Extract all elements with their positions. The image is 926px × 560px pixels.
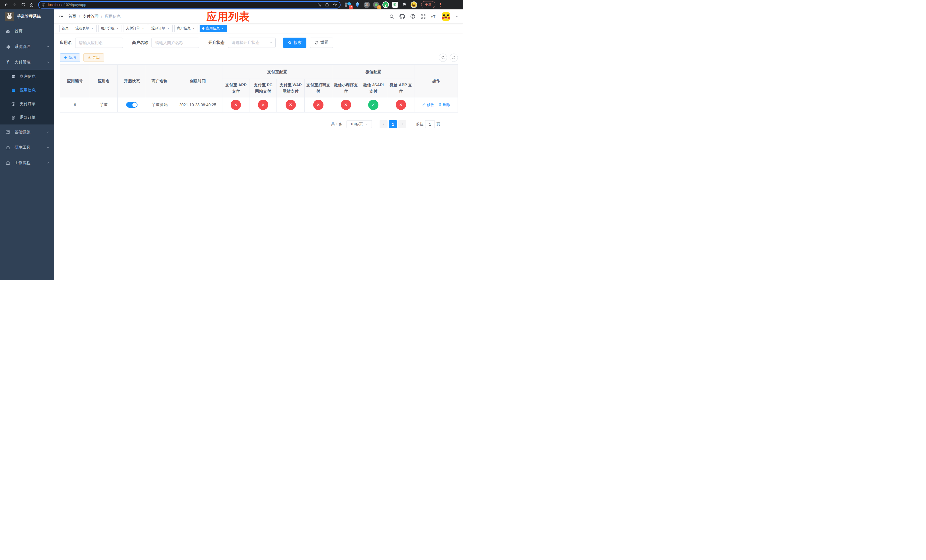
monitor-chart-icon — [5, 130, 10, 135]
sidebar-item-label: 工作流程 — [15, 160, 30, 165]
status-circle-icon: ✕ — [286, 100, 296, 110]
reset-button[interactable]: 重置 — [310, 38, 333, 48]
col-open-status: 开启状态 — [118, 65, 146, 97]
page-number-button[interactable]: 1 — [389, 120, 397, 128]
password-key-icon[interactable] — [317, 3, 321, 7]
browser-forward-icon[interactable] — [11, 1, 18, 9]
help-icon[interactable] — [410, 14, 415, 19]
extension-chat-icon[interactable] — [392, 2, 398, 8]
cell-create-time: 2021-10-23 08:49:25 — [173, 97, 222, 112]
merchant-name-input[interactable] — [151, 38, 199, 48]
browser-back-icon[interactable] — [2, 1, 10, 9]
merchant-name-label: 商户名称 — [132, 40, 148, 45]
browser-profile-avatar[interactable] — [410, 2, 417, 8]
address-bar[interactable]: localhost:1024/pay/app — [38, 1, 340, 9]
tag-merchant-info[interactable]: 商户信息× — [174, 25, 198, 32]
search-button[interactable]: 搜索 — [283, 38, 306, 48]
sidebar-item-label: 研发工具 — [15, 145, 30, 150]
tag-home[interactable]: 首页 — [59, 25, 71, 32]
close-tab-icon[interactable]: × — [166, 27, 170, 30]
sidebar-item-label: 商户信息 — [20, 74, 36, 79]
chevron-up-icon — [46, 61, 50, 64]
edit-link[interactable]: 修改 — [422, 102, 434, 107]
browser-reload-icon[interactable] — [20, 1, 27, 9]
table-toolbar: 新增 导出 — [60, 53, 458, 62]
status-toggle[interactable] — [126, 102, 138, 107]
tag-process-form[interactable]: 流程表单× — [73, 25, 97, 32]
sidebar-item-pay-orders[interactable]: 支付订单 — [0, 97, 54, 111]
close-tab-icon[interactable]: × — [221, 27, 224, 30]
cell-alipay-wap: ✕ — [277, 97, 304, 112]
close-tab-icon[interactable]: × — [192, 27, 195, 30]
font-size-icon[interactable]: TT — [431, 14, 437, 19]
export-button[interactable]: 导出 — [83, 53, 104, 62]
browser-update-button[interactable]: 更新 — [421, 1, 436, 8]
document-icon — [11, 116, 16, 120]
browser-menu-icon[interactable]: ⋮ — [437, 2, 443, 8]
goto-label: 前往 — [416, 122, 424, 127]
status-circle-icon: ✕ — [341, 100, 351, 110]
tag-pay-orders[interactable]: 支付订单× — [124, 25, 147, 32]
total-count: 共 1 条 — [331, 122, 342, 127]
bookmark-star-icon[interactable] — [333, 3, 337, 7]
store-icon — [11, 74, 16, 79]
breadcrumb-home[interactable]: 首页 — [68, 14, 76, 19]
breadcrumb-payment[interactable]: 支付管理 — [83, 14, 98, 19]
tag-user-group[interactable]: 用户分组× — [98, 25, 122, 32]
sidebar-item-app-info[interactable]: 应用信息 — [0, 83, 54, 97]
col-alipay-wap: 支付宝 WAP 网站支付 — [277, 79, 304, 97]
extension-yuque-icon[interactable]: y — [382, 2, 389, 8]
table-row: 6 芋道 芋道源码 2021-10-23 08:49:25 ✕ ✕ ✕ ✕ ✕ … — [60, 97, 458, 112]
user-avatar[interactable] — [442, 12, 450, 21]
prev-page-button[interactable] — [380, 120, 387, 128]
extension-balloon-icon[interactable] — [354, 2, 361, 8]
open-status-select[interactable]: 请选择开启状态 — [228, 38, 275, 48]
search-icon — [288, 41, 292, 45]
col-app-id: 应用编号 — [60, 65, 90, 97]
site-info-icon[interactable] — [42, 3, 45, 7]
show-search-toggle-button[interactable] — [439, 53, 447, 62]
browser-home-icon[interactable] — [28, 1, 35, 9]
sidebar-item-workflow[interactable]: 工作流程 — [0, 155, 54, 171]
page-size-select[interactable]: 10条/页 — [346, 120, 372, 128]
tag-app-info[interactable]: 应用信息× — [200, 25, 227, 32]
svg-text:T: T — [433, 14, 436, 19]
col-merchant-name: 商户名称 — [146, 65, 173, 97]
col-actions: 操作 — [415, 65, 458, 97]
sidebar-fold-icon[interactable] — [59, 14, 64, 19]
app-name-input[interactable] — [75, 38, 123, 48]
sidebar-item-home[interactable]: 首页 — [0, 24, 54, 39]
sidebar-item-merchant-info[interactable]: 商户信息 — [0, 70, 54, 83]
cell-wechat-app: ✕ — [387, 97, 415, 112]
close-tab-icon[interactable]: × — [141, 27, 145, 30]
extensions-puzzle-icon[interactable] — [401, 2, 408, 8]
github-icon[interactable] — [399, 14, 405, 19]
cell-open-status — [118, 97, 146, 112]
close-tab-icon[interactable]: × — [91, 27, 94, 30]
delete-link[interactable]: 删除 — [438, 102, 450, 107]
sidebar-logo[interactable]: 芋道管理系统 — [0, 9, 54, 24]
avatar-caret-icon[interactable] — [455, 15, 458, 18]
sidebar-item-system[interactable]: 系统管理 — [0, 39, 54, 54]
breadcrumb: 首页 / 支付管理 / 应用信息 — [68, 14, 121, 19]
sidebar-item-dev-tools[interactable]: 研发工具 — [0, 140, 54, 155]
share-icon[interactable] — [325, 3, 329, 7]
sidebar-item-payment[interactable]: ¥ 支付管理 — [0, 54, 54, 70]
refresh-table-button[interactable] — [449, 53, 458, 62]
fullscreen-icon[interactable] — [421, 14, 426, 19]
page-unit-label: 页 — [437, 122, 440, 127]
tag-refund-orders[interactable]: 退款订单× — [149, 25, 172, 32]
sidebar-item-label: 支付管理 — [15, 59, 30, 65]
extension-blue-diamond-icon[interactable]: 10 — [345, 2, 351, 8]
svg-text:T: T — [431, 16, 433, 18]
extension-recorder-icon[interactable]: 1 — [373, 2, 380, 8]
briefcase-icon — [5, 160, 10, 165]
add-button[interactable]: 新增 — [60, 53, 80, 62]
sidebar-item-infrastructure[interactable]: 基础设施 — [0, 124, 54, 140]
goto-page-input[interactable] — [425, 120, 435, 128]
sidebar-item-refund-orders[interactable]: 退款订单 — [0, 111, 54, 124]
close-tab-icon[interactable]: × — [116, 27, 119, 30]
header-search-icon[interactable] — [389, 14, 394, 19]
extension-command-icon[interactable]: ⌘ — [363, 2, 370, 8]
next-page-button[interactable] — [398, 120, 406, 128]
